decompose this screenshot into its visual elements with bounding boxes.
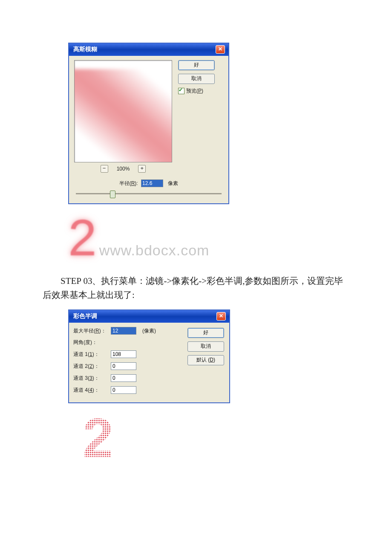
max-radius-label: 最大半径(R)：	[73, 327, 111, 335]
channel3-label: 通道 3(3)：	[73, 375, 111, 382]
max-radius-unit: (像素)	[142, 327, 156, 335]
channel2-input[interactable]	[111, 362, 136, 370]
preview-content	[74, 69, 172, 162]
cancel-button[interactable]: 取消	[178, 74, 215, 84]
close-icon[interactable]: ✕	[216, 45, 225, 54]
slider-track	[76, 193, 222, 194]
radius-slider[interactable]	[76, 191, 222, 197]
ok-button[interactable]: 好	[187, 328, 224, 338]
dialog-title-bar[interactable]: 高斯模糊 ✕	[69, 43, 228, 56]
step-number: STEP 03	[61, 276, 92, 286]
channel1-input[interactable]	[111, 350, 136, 358]
slider-thumb[interactable]	[110, 191, 115, 198]
dialog-title-bar[interactable]: 彩色半调 ✕	[69, 309, 229, 323]
radius-unit: 像素	[168, 180, 178, 186]
channel2-label: 通道 2(2)：	[73, 363, 111, 370]
defaults-button[interactable]: 默认 (D)	[187, 355, 224, 365]
screen-angle-label: 网角(度)：	[73, 339, 111, 346]
channel4-input[interactable]	[111, 386, 136, 394]
ok-button[interactable]: 好	[178, 60, 215, 70]
zoom-percent: 100%	[117, 166, 130, 172]
zoom-in-icon[interactable]: +	[138, 165, 146, 173]
radius-label: 半径(R):	[119, 180, 138, 186]
cancel-button[interactable]: 取消	[187, 341, 224, 352]
color-halftone-dialog: 彩色半调 ✕ 好 取消 默认 (D) 最大半径(R)： (像素) 网角(度)： …	[68, 309, 230, 403]
zoom-out-icon[interactable]: −	[101, 165, 108, 173]
result-glyph-halftone: 2	[68, 411, 128, 471]
gaussian-blur-dialog: 高斯模糊 ✕ − 100% + 好 取消	[68, 43, 229, 204]
watermark-text: www.bdocx.com	[99, 242, 210, 259]
svg-rect-2	[68, 411, 128, 471]
step-paragraph: STEP 03、执行菜单：滤镜->像素化->彩色半调,参数如图所示，设置完毕后效…	[43, 274, 349, 302]
preview-checkbox-label: 预览(P)	[186, 87, 203, 95]
channel4-label: 通道 4(4)：	[73, 387, 111, 394]
dialog-title: 彩色半调	[73, 312, 97, 320]
preview-pane[interactable]	[74, 60, 172, 162]
max-radius-input[interactable]	[111, 327, 136, 335]
dialog-title: 高斯模糊	[73, 46, 97, 53]
result-glyph-blurred: 2	[68, 212, 97, 263]
channel3-input[interactable]	[111, 374, 136, 382]
radius-input[interactable]	[141, 179, 163, 187]
channel1-label: 通道 1(1)：	[73, 351, 111, 358]
close-icon[interactable]: ✕	[216, 312, 226, 321]
preview-checkbox-row[interactable]: 预览(P)	[178, 87, 215, 95]
checkbox-icon[interactable]	[178, 88, 184, 94]
